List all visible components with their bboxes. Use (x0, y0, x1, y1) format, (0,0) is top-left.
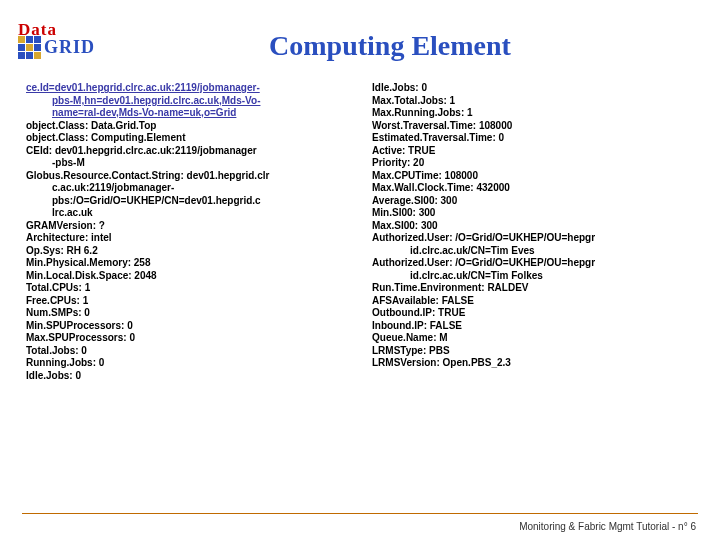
attr-line: Max.CPUTime: 108000 (372, 170, 700, 183)
right-column: Idle.Jobs: 0 Max.Total.Jobs: 1 Max.Runni… (372, 82, 700, 382)
attr-line: pbs:/O=Grid/O=UKHEP/CN=dev01.hepgrid.c (26, 195, 354, 208)
attr-line: Priority: 20 (372, 157, 700, 170)
ce-id-link[interactable]: name=ral-dev,Mds-Vo-name=uk,o=Grid (26, 107, 354, 120)
slide-title: Computing Element (100, 0, 680, 62)
attr-line: id.clrc.ac.uk/CN=Tim Eves (372, 245, 700, 258)
attr-line: Authorized.User: /O=Grid/O=UKHEP/OU=hepg… (372, 257, 700, 270)
attr-line: Inbound.IP: FALSE (372, 320, 700, 333)
attr-line: Max.SI00: 300 (372, 220, 700, 233)
attr-line: object.Class: Data.Grid.Top (26, 120, 354, 133)
attr-line: Estimated.Traversal.Time: 0 (372, 132, 700, 145)
attr-line: Authorized.User: /O=Grid/O=UKHEP/OU=hepg… (372, 232, 700, 245)
attr-line: Min.SI00: 300 (372, 207, 700, 220)
attr-line: Idle.Jobs: 0 (372, 82, 700, 95)
content-columns: ce.Id=dev01.hepgrid.clrc.ac.uk:2119/jobm… (0, 62, 720, 382)
attr-line: c.ac.uk:2119/jobmanager- (26, 182, 354, 195)
attr-line: Globus.Resource.Contact.String: dev01.he… (26, 170, 354, 183)
attr-line: -pbs-M (26, 157, 354, 170)
attr-line: lrc.ac.uk (26, 207, 354, 220)
attr-line: Max.Total.Jobs: 1 (372, 95, 700, 108)
divider-line (22, 513, 698, 514)
attr-line: Max.Wall.Clock.Time: 432000 (372, 182, 700, 195)
attr-line: Op.Sys: RH 6.2 (26, 245, 354, 258)
attr-line: Max.Running.Jobs: 1 (372, 107, 700, 120)
attr-line: LRMSVersion: Open.PBS_2.3 (372, 357, 700, 370)
attr-line: Idle.Jobs: 0 (26, 370, 354, 383)
attr-line: Architecture: intel (26, 232, 354, 245)
left-column: ce.Id=dev01.hepgrid.clrc.ac.uk:2119/jobm… (26, 82, 354, 382)
attr-line: Min.Physical.Memory: 258 (26, 257, 354, 270)
attr-line: id.clrc.ac.uk/CN=Tim Folkes (372, 270, 700, 283)
ce-id-link[interactable]: pbs-M,hn=dev01.hepgrid.clrc.ac.uk,Mds-Vo… (26, 95, 354, 108)
datagrid-logo: Data GRID (18, 20, 98, 59)
attr-line: Run.Time.Environment: RALDEV (372, 282, 700, 295)
attr-line: Max.SPUProcessors: 0 (26, 332, 354, 345)
attr-line: Outbound.IP: TRUE (372, 307, 700, 320)
attr-line: Free.CPUs: 1 (26, 295, 354, 308)
logo-bottom-text: GRID (44, 37, 95, 58)
ce-id-link[interactable]: ce.Id=dev01.hepgrid.clrc.ac.uk:2119/jobm… (26, 82, 354, 95)
attr-line: Worst.Traversal.Time: 108000 (372, 120, 700, 133)
grid-icon (18, 36, 41, 59)
attr-line: Active: TRUE (372, 145, 700, 158)
attr-line: Total.Jobs: 0 (26, 345, 354, 358)
attr-line: object.Class: Computing.Element (26, 132, 354, 145)
attr-line: AFSAvailable: FALSE (372, 295, 700, 308)
attr-line: CEId: dev01.hepgrid.clrc.ac.uk:2119/jobm… (26, 145, 354, 158)
attr-line: Num.SMPs: 0 (26, 307, 354, 320)
attr-line: GRAMVersion: ? (26, 220, 354, 233)
attr-line: Min.SPUProcessors: 0 (26, 320, 354, 333)
attr-line: Queue.Name: M (372, 332, 700, 345)
attr-line: LRMSType: PBS (372, 345, 700, 358)
attr-line: Total.CPUs: 1 (26, 282, 354, 295)
attr-line: Running.Jobs: 0 (26, 357, 354, 370)
slide-footer: Monitoring & Fabric Mgmt Tutorial - n° 6 (519, 521, 696, 532)
attr-line: Average.SI00: 300 (372, 195, 700, 208)
attr-line: Min.Local.Disk.Space: 2048 (26, 270, 354, 283)
